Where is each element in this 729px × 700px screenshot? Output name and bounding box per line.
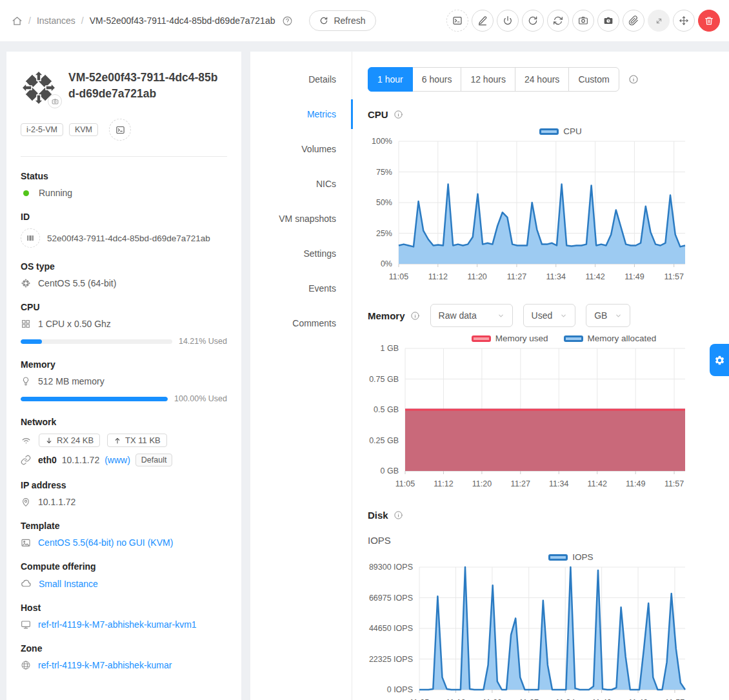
legend-item[interactable]: Memory allocated (564, 334, 657, 343)
tab-nics[interactable]: NICs (250, 166, 352, 201)
compute-offering-link[interactable]: Small Instance (39, 579, 98, 589)
open-console-button[interactable] (109, 119, 131, 141)
globe-icon (21, 660, 31, 670)
help-icon[interactable] (282, 15, 293, 26)
disk-plot-area (419, 567, 685, 694)
os-logo (21, 70, 58, 106)
zone-link[interactable]: ref-trl-4119-k-M7-abhishek-kumar (38, 660, 172, 670)
scale-vm-button[interactable] (648, 10, 670, 32)
info-icon[interactable] (410, 311, 420, 321)
range-12-hours[interactable]: 12 hours (461, 67, 515, 92)
host-label: Host (21, 603, 227, 613)
memory-usage-bar (21, 397, 168, 401)
reboot-icon (528, 15, 538, 26)
reboot-vm-button[interactable] (522, 10, 544, 32)
memory-data-mode-select[interactable]: Raw data (430, 304, 513, 327)
host-link[interactable]: ref-trl-4119-k-M7-abhishek-kumar-kvm1 (38, 619, 197, 630)
reinstall-vm-button[interactable] (547, 10, 569, 32)
y-axis-labels: 0 IOPS22325 IOPS44650 IOPS66975 IOPS8930… (368, 567, 419, 690)
take-snapshot-button[interactable] (572, 10, 594, 32)
picture-icon (21, 537, 31, 548)
change-icon-camera-badge[interactable] (48, 94, 62, 108)
legend-label: CPU (563, 126, 582, 136)
refresh-button[interactable]: Refresh (309, 10, 375, 31)
tx-value: TX 11 KB (125, 435, 161, 445)
legend-item[interactable]: CPU (539, 126, 582, 136)
cpu-chart-header: CPU (368, 109, 723, 120)
divider (21, 156, 227, 157)
x-axis-tick: 11:20 (472, 479, 492, 488)
info-icon[interactable] (394, 510, 403, 520)
id-value: 52e00f43-7911-4dc4-85bd-d69de7a721ab (47, 234, 210, 243)
x-axis-tick: 11:34 (546, 272, 566, 281)
console-icon (115, 125, 125, 135)
nic-network-link[interactable]: (www) (105, 455, 130, 465)
os-type-value: CentOS 5.5 (64-bit) (38, 278, 116, 288)
zone-label: Zone (21, 643, 227, 654)
cpu-chart: CPU0%25%50%75%100%11:0511:1211:2011:2711… (368, 126, 723, 283)
tx-badge: TX 11 KB (107, 434, 167, 447)
scheduled-snapshot-button[interactable] (597, 10, 619, 32)
range-24-hours[interactable]: 24 hours (515, 67, 569, 92)
vm-tags: i-2-5-VM KVM (21, 119, 227, 141)
legend-item[interactable]: IOPS (548, 552, 593, 562)
nic-default-tag: Default (135, 454, 173, 466)
template-link[interactable]: CentOS 5.5(64-bit) no GUI (KVM) (38, 537, 173, 548)
destroy-vm-button[interactable] (698, 10, 720, 32)
y-axis-tick: 66975 IOPS (369, 594, 413, 603)
y-axis-tick: 1 GB (381, 344, 399, 353)
y-axis-tick: 89300 IOPS (369, 563, 413, 572)
nic-ip: 10.1.1.72 (62, 455, 99, 465)
memory-usage-row: 100.00% Used (21, 394, 227, 403)
info-icon[interactable] (394, 110, 403, 119)
legend-item[interactable]: Memory used (472, 334, 548, 343)
power-icon (503, 15, 513, 26)
y-axis-tick: 44650 IOPS (369, 624, 413, 633)
legend-swatch (564, 335, 583, 342)
tab-metrics[interactable]: Metrics (250, 97, 352, 132)
memory-unit-select[interactable]: GB (586, 304, 630, 327)
cpu-chart-title: CPU (368, 109, 388, 120)
console-button[interactable] (446, 10, 468, 32)
tab-events[interactable]: Events (250, 271, 352, 306)
compute-offering-label: Compute offering (21, 561, 227, 572)
y-axis-tick: 0% (381, 259, 392, 268)
cpu-plot-area (399, 141, 685, 268)
range-custom[interactable]: Custom (568, 67, 619, 92)
edit-icon (477, 15, 488, 26)
x-axis-tick: 11:12 (434, 479, 453, 488)
range-1-hour[interactable]: 1 hour (368, 67, 413, 92)
memory-data-mode-value: Raw data (439, 310, 477, 321)
id-label: ID (21, 212, 227, 222)
tab-comments[interactable]: Comments (250, 306, 352, 341)
memory-label: Memory (21, 359, 227, 370)
cpu-plot-row: 0%25%50%75%100% (368, 141, 723, 268)
memory-metric-select[interactable]: Used (523, 304, 576, 327)
attach-iso-icon (628, 15, 639, 26)
memory-legend: Memory usedMemory allocated (405, 334, 723, 343)
info-icon[interactable] (628, 74, 639, 85)
project-settings-fab[interactable] (710, 344, 729, 376)
range-6-hours[interactable]: 6 hours (412, 67, 462, 92)
cpu-label: CPU (21, 302, 227, 312)
tab-vm-snapshots[interactable]: VM snapshots (250, 201, 352, 236)
home-icon[interactable] (12, 15, 23, 26)
tab-settings[interactable]: Settings (250, 236, 352, 271)
memory-plot-area (405, 348, 685, 475)
y-axis-tick: 0 IOPS (387, 685, 413, 694)
tab-volumes[interactable]: Volumes (250, 132, 352, 166)
tab-details[interactable]: Details (250, 62, 352, 97)
rx-badge: RX 24 KB (39, 434, 100, 447)
attach-iso-button[interactable] (623, 10, 644, 32)
chevron-down-icon (615, 312, 622, 319)
chevron-down-icon (497, 312, 504, 319)
breadcrumb-instances[interactable]: Instances (37, 15, 75, 26)
migrate-vm-button[interactable] (673, 10, 695, 32)
edit-button[interactable] (472, 10, 494, 32)
x-axis-tick: 11:27 (511, 479, 530, 488)
x-axis-labels: 11:0511:1211:2011:2711:3411:4211:4911:57 (419, 694, 685, 700)
breadcrumb-separator: / (28, 15, 31, 26)
stop-vm-button[interactable] (497, 10, 519, 32)
x-axis-tick: 11:57 (664, 479, 684, 488)
ip-value: 10.1.1.72 (38, 497, 75, 507)
